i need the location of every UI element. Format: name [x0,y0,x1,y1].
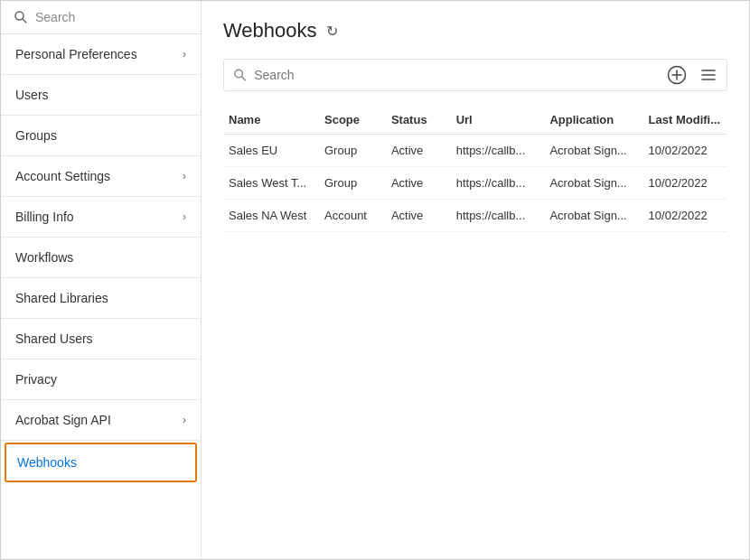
table-row[interactable]: Sales EU Group Active https://callb... A… [223,135,727,167]
search-input[interactable] [254,68,667,82]
svg-line-1 [23,19,26,23]
cell-application: Acrobat Sign... [544,167,642,200]
sidebar-item-label: Shared Libraries [15,291,108,305]
cell-last-modified: 10/02/2022 [643,200,727,232]
sidebar-item-workflows[interactable]: Workflows [1,238,201,278]
table-row[interactable]: Sales West T... Group Active https://cal… [223,167,727,200]
search-icon [14,10,28,24]
col-header-url: Url [451,106,545,135]
sidebar-item-label: Groups [15,128,57,143]
sidebar-item-label: Account Settings [15,169,110,183]
sidebar-item-personal-preferences[interactable]: Personal Preferences › [1,34,201,75]
toolbar-search-area [233,68,667,82]
cell-status: Active [386,200,451,232]
cell-scope: Group [319,167,386,200]
cell-status: Active [386,167,451,200]
sidebar-search-item[interactable]: Search [1,1,201,34]
add-webhook-button[interactable] [667,65,687,85]
cell-last-modified: 10/02/2022 [643,167,727,200]
sidebar-item-privacy[interactable]: Privacy [1,359,201,400]
cell-status: Active [386,135,451,167]
sidebar-item-billing-info[interactable]: Billing Info › [1,197,201,238]
chevron-down-icon: › [183,48,186,61]
cell-scope: Account [319,200,386,232]
cell-name: Sales NA West [223,200,319,232]
refresh-icon[interactable]: ↻ [326,23,338,40]
sidebar-item-label: Personal Preferences [15,47,137,61]
chevron-down-icon: › [183,414,186,426]
search-icon [233,68,247,82]
cell-url: https://callb... [451,167,545,200]
chevron-down-icon: › [183,210,186,223]
col-header-scope: Scope [319,106,386,135]
table-header-row: Name Scope Status Url Application Last M… [223,106,727,135]
filter-menu-button[interactable] [699,66,717,84]
chevron-down-icon: › [183,170,186,182]
sidebar-item-label: Webhooks [17,455,77,470]
page-title: Webhooks [223,19,317,42]
cell-name: Sales EU [223,135,319,167]
sidebar-item-groups[interactable]: Groups [1,116,201,156]
col-header-status: Status [386,106,451,135]
cell-last-modified: 10/02/2022 [643,135,727,167]
sidebar-item-shared-libraries[interactable]: Shared Libraries [1,278,201,319]
sidebar-search-label: Search [35,10,75,24]
sidebar-item-webhooks[interactable]: Webhooks [5,443,197,482]
cell-url: https://callb... [451,200,545,232]
cell-application: Acrobat Sign... [544,200,642,232]
sidebar-item-label: Users [15,88,49,102]
hamburger-icon [699,66,717,84]
cell-url: https://callb... [451,135,545,167]
col-header-name: Name [223,106,319,135]
sidebar-item-label: Acrobat Sign API [15,413,111,427]
toolbar [223,59,727,91]
toolbar-actions [667,65,717,85]
cell-name: Sales West T... [223,167,319,200]
plus-circle-icon [667,65,687,85]
sidebar-item-shared-users[interactable]: Shared Users [1,319,201,359]
sidebar: Search Personal Preferences › Users Grou… [1,1,202,560]
col-header-last-modified: Last Modifi... [643,106,727,135]
svg-line-3 [242,77,246,80]
sidebar-item-users[interactable]: Users [1,75,201,116]
sidebar-item-label: Privacy [15,372,57,387]
cell-application: Acrobat Sign... [544,135,642,167]
sidebar-item-label: Shared Users [15,331,93,346]
table-row[interactable]: Sales NA West Account Active https://cal… [223,200,727,232]
sidebar-item-label: Billing Info [15,210,74,224]
sidebar-item-acrobat-sign-api[interactable]: Acrobat Sign API › [1,400,201,441]
main-content: Webhooks ↻ [202,1,749,559]
col-header-application: Application [544,106,642,135]
cell-scope: Group [319,135,386,167]
sidebar-item-label: Workflows [15,250,73,265]
page-header: Webhooks ↻ [223,19,727,42]
sidebar-item-account-settings[interactable]: Account Settings › [1,156,201,197]
webhooks-table: Name Scope Status Url Application Last M… [223,106,727,232]
